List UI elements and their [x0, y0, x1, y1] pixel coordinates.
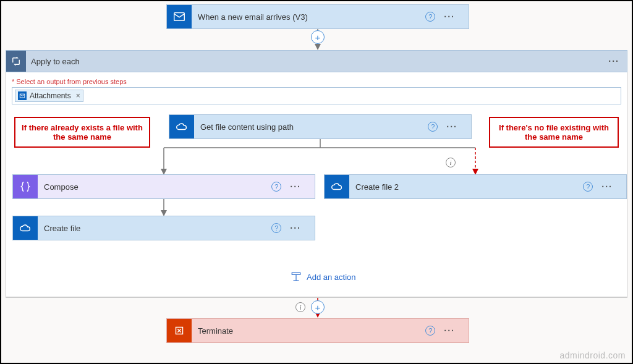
outlook-icon	[167, 5, 192, 28]
loop-icon	[6, 51, 26, 72]
action-create-file[interactable]: Create file ? ···	[12, 216, 315, 240]
svg-rect-0	[174, 13, 185, 21]
add-action-icon	[291, 271, 302, 282]
action-title: Get file content using path	[200, 122, 428, 132]
cloud-icon	[325, 175, 349, 198]
action-title: Terminate	[198, 326, 425, 336]
help-icon[interactable]: ?	[271, 223, 281, 233]
token-attachments[interactable]: Attachments ×	[15, 90, 83, 102]
select-output-label: *Select an output from previous steps	[12, 78, 127, 85]
more-icon[interactable]: ···	[446, 122, 457, 132]
card-body: When a new email arrives (V3) ? ···	[192, 5, 469, 28]
braces-icon	[13, 175, 38, 198]
more-icon[interactable]: ···	[444, 326, 455, 336]
add-action-label: Add an action	[307, 273, 356, 282]
watermark: admindroid.com	[559, 350, 626, 360]
select-output-field[interactable]: Attachments ×	[12, 87, 621, 104]
more-icon[interactable]: ···	[290, 223, 301, 233]
info-icon[interactable]: i	[446, 158, 456, 167]
loop-header[interactable]: Apply to each ···	[6, 50, 627, 72]
more-icon[interactable]: ···	[601, 182, 613, 192]
info-icon[interactable]: i	[295, 302, 305, 312]
action-title: Create file 2	[355, 182, 583, 192]
action-create-file-2[interactable]: Create file 2 ? ···	[324, 174, 627, 199]
flow-canvas: When a new email arrives (V3) ? ··· + Ap…	[0, 0, 633, 364]
action-title: Compose	[44, 182, 271, 192]
more-icon[interactable]: ···	[608, 56, 619, 66]
card-body: Compose ? ···	[38, 175, 315, 198]
action-compose[interactable]: Compose ? ···	[12, 174, 315, 199]
add-step-button[interactable]: +	[311, 300, 325, 314]
action-get-file[interactable]: Get file content using path ? ···	[169, 114, 472, 139]
help-icon[interactable]: ?	[271, 182, 281, 192]
svg-rect-12	[292, 273, 300, 274]
loop-title: Apply to each	[26, 57, 608, 66]
help-icon[interactable]: ?	[583, 182, 593, 192]
cloud-icon	[13, 216, 38, 240]
add-action-link[interactable]: Add an action	[291, 271, 356, 282]
more-icon[interactable]: ···	[444, 12, 455, 22]
token-label: Attachments	[30, 91, 71, 100]
help-icon[interactable]: ?	[425, 12, 435, 22]
svg-marker-2	[315, 44, 321, 50]
more-icon[interactable]: ···	[290, 182, 301, 192]
card-body: Get file content using path ? ···	[194, 115, 471, 138]
outlook-icon	[18, 91, 27, 100]
card-body: Create file 2 ? ···	[349, 175, 626, 198]
token-remove[interactable]: ×	[74, 91, 80, 100]
card-body: Terminate ? ···	[192, 319, 469, 342]
terminate-icon	[167, 319, 192, 342]
cloud-icon	[169, 115, 194, 138]
add-step-button[interactable]: +	[311, 30, 325, 44]
help-icon[interactable]: ?	[425, 326, 435, 336]
trigger-title: When a new email arrives (V3)	[198, 12, 425, 22]
action-terminate[interactable]: Terminate ? ···	[166, 318, 469, 343]
action-title: Create file	[44, 224, 271, 233]
loop-body: *Select an output from previous steps At…	[6, 72, 627, 297]
card-body: Create file ? ···	[38, 216, 315, 240]
help-icon[interactable]: ?	[428, 122, 438, 132]
trigger-card[interactable]: When a new email arrives (V3) ? ···	[166, 4, 469, 29]
